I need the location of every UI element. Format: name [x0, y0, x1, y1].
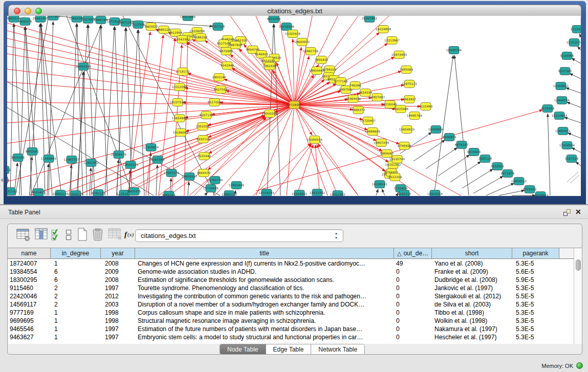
table-cell[interactable]: 5.3E-5 [512, 309, 559, 317]
table-row[interactable]: 977716911998Corpus callosum shape and si… [8, 309, 574, 317]
table-cell[interactable]: 1997 [101, 333, 135, 341]
table-row[interactable]: 969969511998Structural magnetic resonanc… [8, 317, 574, 325]
table-cell[interactable]: 0 [394, 325, 432, 333]
tab-network-table[interactable]: Network Table [311, 344, 364, 354]
table-cell[interactable]: 1 [51, 309, 101, 317]
table-cell[interactable]: 5.6E-5 [512, 268, 559, 276]
table-cell[interactable]: 9777169 [8, 309, 51, 317]
table-cell[interactable]: 1997 [101, 284, 135, 292]
table-cell[interactable]: 1 [51, 259, 101, 268]
import-table-icon[interactable] [108, 228, 122, 240]
table-row[interactable]: 911546021997Tourette syndrome. Phenomeno… [8, 284, 574, 292]
table-cell[interactable]: Stergiakouli et al. (2012) [432, 292, 512, 300]
table-row[interactable]: 2242004622012Investigating the contribut… [8, 292, 574, 300]
table-cell[interactable]: Corpus callosum shape and size in male p… [135, 309, 394, 317]
table-cell[interactable]: 1 [51, 325, 101, 333]
table-cell[interactable]: 0 [394, 292, 432, 300]
table-cell[interactable]: 9115460 [8, 284, 51, 292]
table-cell[interactable]: 5.3E-5 [512, 317, 559, 325]
table-cell[interactable]: 9699695 [8, 317, 51, 325]
table-cell[interactable]: Tourette syndrome. Phenomenology and cla… [135, 284, 394, 292]
table-row[interactable]: 1938455462009Genome-wide association stu… [8, 268, 574, 276]
table-cell[interactable]: 5.5E-5 [512, 292, 559, 300]
close-window-icon[interactable] [14, 8, 20, 14]
table-cell[interactable]: 0 [394, 284, 432, 292]
table-cell[interactable]: 1997 [101, 325, 135, 333]
table-cell[interactable]: Dudbridge et al. (2008) [432, 276, 512, 284]
table-options-icon[interactable] [16, 228, 31, 242]
network-table-selector[interactable]: citations_edges.txt ▲▼ [135, 229, 343, 242]
column-header-title[interactable]: title [135, 248, 394, 258]
window-title-bar[interactable]: citations_edges.txt [8, 5, 581, 17]
function-builder-icon[interactable]: f (x) [124, 230, 136, 239]
table-cell[interactable]: 1998 [101, 317, 135, 325]
rows-icon[interactable] [66, 229, 72, 240]
table-cell[interactable]: 14569117 [8, 300, 51, 309]
collapse-west-panel-icon[interactable] [1, 178, 3, 182]
table-cell[interactable]: Wolkin et al. (1998) [432, 317, 512, 325]
table-cell[interactable]: de Silva et al. (2003) [432, 300, 512, 309]
table-cell[interactable]: 1 [51, 317, 101, 325]
table-cell[interactable]: 2 [51, 300, 101, 309]
table-cell[interactable]: 22420046 [8, 292, 51, 300]
table-cell[interactable]: 2008 [101, 276, 135, 284]
table-cell[interactable]: 0 [394, 268, 432, 276]
table-cell[interactable]: 0 [394, 300, 432, 309]
table-cell[interactable]: 5.3E-5 [512, 259, 559, 268]
column-header-short[interactable]: short [432, 248, 512, 258]
column-header-year[interactable]: year [101, 248, 135, 258]
table-cell[interactable]: 2012 [101, 292, 135, 300]
table-cell[interactable]: 0 [394, 276, 432, 284]
table-cell[interactable]: 18300295 [8, 276, 51, 284]
table-cell[interactable]: 6 [51, 276, 101, 284]
table-cell[interactable]: 5.3E-5 [512, 333, 559, 341]
table-cell[interactable]: Investigating the contribution of common… [135, 292, 394, 300]
table-row[interactable]: 1456911722003Disruption of a novel membe… [8, 300, 574, 309]
table-row[interactable]: 946362711997Embryonic stem cells: a mode… [8, 333, 574, 341]
column-visibility-icon[interactable] [35, 228, 48, 240]
new-table-icon[interactable] [77, 228, 88, 241]
table-cell[interactable]: Embryonic stem cells: a model to study s… [135, 333, 394, 341]
delete-table-icon[interactable] [91, 227, 104, 242]
table-cell[interactable]: Structural magnetic resonance image aver… [135, 317, 394, 325]
scrollbar-thumb[interactable] [576, 259, 581, 271]
table-cell[interactable]: 2009 [101, 268, 135, 276]
column-header-in_degree[interactable]: in_degree [51, 248, 101, 258]
table-row[interactable]: 1872400712008Changes of HCN gene express… [8, 259, 574, 268]
table-cell[interactable]: Estimation of the future numbers of pati… [135, 325, 394, 333]
column-header-out_de[interactable]: △out_de… [394, 248, 432, 258]
table-cell[interactable]: 0 [394, 317, 432, 325]
tab-node-table[interactable]: Node Table [220, 344, 266, 354]
table-cell[interactable]: 2 [51, 284, 101, 292]
table-cell[interactable]: 6 [51, 268, 101, 276]
table-cell[interactable]: 0 [394, 309, 432, 317]
table-cell[interactable]: Franke et al. (2009) [432, 268, 512, 276]
table-cell[interactable]: 0 [394, 333, 432, 341]
table-row[interactable]: 1830029562008Estimation of significance … [8, 276, 574, 284]
table-cell[interactable]: 5.3E-5 [512, 284, 559, 292]
table-cell[interactable]: 19384554 [8, 268, 51, 276]
table-cell[interactable]: Nakamura et al. (1997) [432, 325, 512, 333]
table-cell[interactable]: 49 [394, 259, 432, 268]
table-cell[interactable]: Changes of HCN gene expression and I(f) … [135, 259, 394, 268]
column-header-pagerank[interactable]: pagerank [512, 248, 559, 258]
table-cell[interactable]: Disruption of a novel member of a sodium… [135, 300, 394, 309]
table-cell[interactable]: 2008 [101, 259, 135, 268]
float-window-icon[interactable] [563, 209, 571, 216]
close-panel-icon[interactable]: ✕ [575, 208, 581, 216]
vertical-scrollbar[interactable] [574, 248, 582, 344]
minimize-window-icon[interactable] [25, 8, 31, 14]
table-cell[interactable]: 9465546 [8, 325, 51, 333]
table-cell[interactable]: Estimation of significance thresholds fo… [135, 276, 394, 284]
memory-status-icon[interactable] [576, 362, 583, 369]
network-canvas[interactable]: 9605574840557420691406153796310653287152… [7, 16, 581, 196]
table-cell[interactable]: Jankovic et al. (1997) [432, 284, 512, 292]
table-cell[interactable]: Genome-wide association studies in ADHD. [135, 268, 394, 276]
table-cell[interactable]: 1 [51, 333, 101, 341]
column-header-name[interactable]: name [8, 248, 51, 258]
table-cell[interactable]: Hescheler et al. (1997) [432, 333, 512, 341]
table-cell[interactable]: 5.3E-5 [512, 325, 559, 333]
zoom-window-icon[interactable] [35, 8, 42, 14]
table-cell[interactable]: 9463627 [8, 333, 51, 341]
table-cell[interactable]: 18724007 [8, 259, 51, 268]
